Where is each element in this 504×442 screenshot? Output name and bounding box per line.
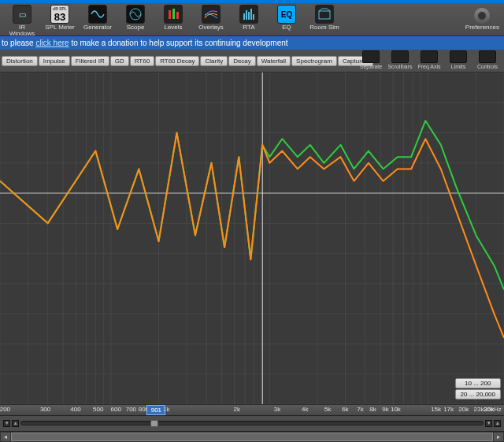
freq-tick-label: 400 [70, 406, 80, 413]
x-range-box[interactable]: 20 ... 20,000 [455, 389, 501, 399]
gear-icon [474, 8, 490, 24]
separate-icon [362, 50, 380, 63]
freq-tick-label: 10k [391, 406, 401, 413]
svg-rect-9 [319, 11, 330, 19]
tab-distortion[interactable]: Distortion [2, 56, 38, 66]
svg-rect-7 [250, 9, 252, 20]
spin-up-button[interactable]: ▴ [12, 420, 19, 427]
generator-button[interactable]: Generator [81, 5, 114, 31]
tool-label: IR Windows [6, 24, 39, 37]
spin-up-button-2[interactable]: ▴ [494, 420, 501, 427]
freq-tick-label: 7k [357, 406, 363, 413]
tool-label: Levels [164, 24, 182, 31]
preferences-label: Preferences [465, 24, 499, 31]
svg-rect-8 [253, 14, 254, 20]
tab-spectrogram[interactable]: Spectrogram [291, 56, 337, 66]
freq-tick-label: 23k [474, 406, 484, 413]
scroll-right-button[interactable]: ▸ [493, 432, 504, 442]
freq-tick-label: 20k [458, 406, 469, 413]
tab-filtered-ir[interactable]: Filtered IR [71, 56, 109, 66]
freq-tick-label: 700 [126, 406, 136, 413]
banner-text-pre: to please [2, 39, 35, 47]
chart-controls: SeparateScrollbarsFreq AxisLimitsControl… [358, 50, 501, 69]
freq-tick-label: 3k [274, 406, 280, 413]
spin-down-button[interactable]: ▾ [3, 420, 10, 427]
rc-label: Separate [360, 64, 382, 69]
bottom-scrollbar: ◂ ▸ [0, 431, 504, 442]
range-boxes: 10 ... 200 20 ... 20,000 [455, 378, 501, 399]
rta-icon [239, 5, 258, 24]
freq-tick-label: 9k [382, 406, 388, 413]
limits-button[interactable]: Limits [445, 50, 472, 69]
tool-label: SPL Meter [45, 24, 75, 31]
ir-windows-icon: ▭ [13, 5, 32, 24]
levels-button[interactable]: Levels [157, 5, 190, 31]
freq-tick-label: 600 [111, 406, 121, 413]
rc-label: Scrollbars [387, 64, 412, 69]
tool-label: Overlays [198, 24, 224, 31]
rc-label: Limits [451, 64, 465, 69]
separate-button[interactable]: Separate [358, 50, 384, 69]
freq-tick-label: 8k [369, 406, 376, 413]
eq-button[interactable]: EQ EQ [270, 5, 303, 31]
frequency-response-chart [0, 72, 504, 404]
freq-axis-icon [421, 50, 438, 63]
bottom-bar: 10 ... 200 20 ... 20,000 200300400500600… [0, 404, 504, 442]
room-sim-icon [315, 5, 334, 24]
tool-label: Room Sim [309, 24, 339, 31]
tool-label: EQ [282, 24, 291, 31]
tool-label: Scope [127, 24, 145, 31]
freq-tick-label: 300 [40, 406, 50, 413]
donation-banner: to please click here to make a donation … [0, 36, 504, 50]
scrollbars-icon [391, 50, 409, 63]
zoom-thumb[interactable] [150, 420, 158, 427]
chart-area[interactable] [0, 72, 504, 404]
tab-gd[interactable]: GD [110, 56, 129, 66]
freq-axis-button[interactable]: Freq Axis [416, 50, 443, 69]
spl-meter-button[interactable]: dB SPL 83 SPL Meter [43, 5, 76, 31]
svg-rect-5 [246, 10, 247, 20]
tool-label: RTA [243, 24, 254, 31]
freq-tick-label: 2k [234, 406, 240, 413]
room-sim-button[interactable]: Room Sim [308, 5, 341, 31]
freq-tick-label: 500 [93, 406, 103, 413]
controls-icon [479, 50, 496, 63]
tab-rt60[interactable]: RT60 [130, 56, 154, 66]
overlays-button[interactable]: Overlays [195, 5, 228, 31]
svg-rect-3 [176, 12, 179, 19]
scroll-thumb[interactable] [11, 433, 493, 441]
tab-impulse[interactable]: Impulse [39, 56, 70, 66]
spin-down-button-2[interactable]: ▾ [485, 420, 492, 427]
banner-text-post: to make a donation to help support its c… [69, 39, 288, 47]
view-tabs: DistortionImpulseFiltered IRGDRT60RT60 D… [0, 54, 375, 68]
rta-button[interactable]: RTA [232, 5, 265, 31]
rc-label: Freq Axis [417, 64, 440, 69]
y-range-box[interactable]: 10 ... 200 [455, 378, 501, 388]
tab-waterfall[interactable]: Waterfall [257, 56, 291, 66]
spl-meter-icon: dB SPL 83 [50, 5, 69, 24]
scope-icon [126, 5, 145, 24]
zoom-slider-row: ▾ ▴ ▾ ▴ [3, 419, 501, 427]
preferences-button[interactable]: Preferences [465, 8, 499, 31]
tab-clarity[interactable]: Clarity [200, 56, 228, 66]
controls-button[interactable]: Controls [474, 50, 501, 69]
tab-rt60-decay[interactable]: RT60 Decay [155, 56, 199, 66]
freq-tick-label: 15k [431, 406, 441, 413]
freq-axis-unit: 30kHz [484, 406, 502, 413]
main-toolbar: ▭ IR Windows dB SPL 83 SPL Meter Generat… [0, 3, 504, 36]
scroll-left-button[interactable]: ◂ [0, 432, 11, 442]
donation-link[interactable]: click here [35, 39, 69, 47]
frequency-axis[interactable]: 2003004005006007008009011k2k3k4k5k6k7k8k… [0, 405, 504, 416]
view-subbar: DistortionImpulseFiltered IRGDRT60RT60 D… [0, 50, 504, 72]
svg-rect-4 [243, 13, 245, 20]
rc-label: Controls [477, 64, 498, 69]
svg-rect-1 [169, 10, 171, 19]
scope-button[interactable]: Scope [119, 5, 152, 31]
tab-decay[interactable]: Decay [228, 56, 256, 66]
scrollbars-button[interactable]: Scrollbars [387, 50, 413, 69]
zoom-track[interactable] [20, 421, 484, 425]
freq-tick-label: 1k [163, 406, 169, 413]
ir-windows-button[interactable]: ▭ IR Windows [6, 5, 39, 37]
scroll-track[interactable] [11, 432, 493, 442]
freq-tick-label: 5k [324, 406, 331, 413]
